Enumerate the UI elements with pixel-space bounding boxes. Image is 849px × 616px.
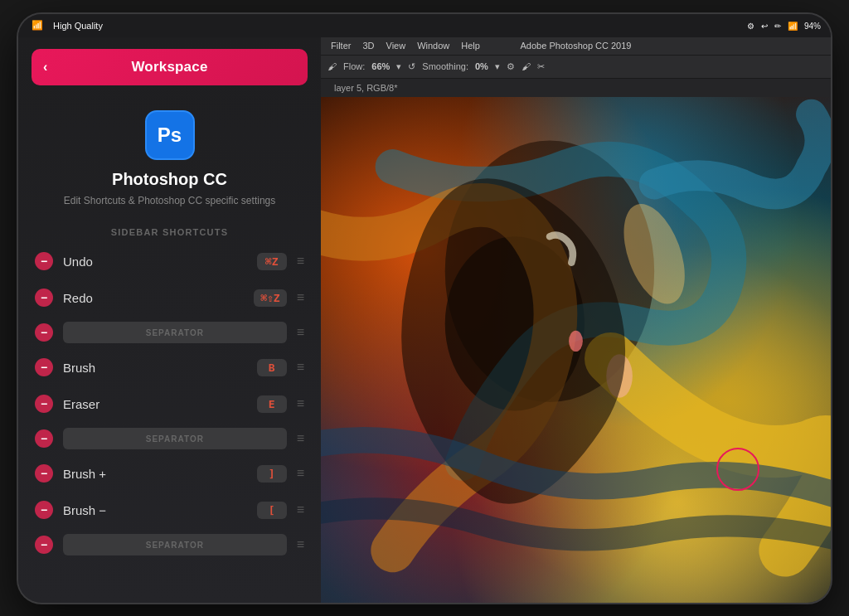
shortcut-key-brush: B: [257, 359, 287, 376]
paint-strokes: [321, 97, 831, 603]
app-info: Ps Photoshop CC Edit Shortcuts & Photosh…: [18, 94, 321, 221]
list-item: SEPARATOR ≡: [28, 529, 311, 560]
drag-handle-icon[interactable]: ≡: [297, 466, 304, 481]
photoshop-panel: Filter 3D View Window Help Adobe Photosh…: [321, 37, 831, 603]
drag-handle-icon[interactable]: ≡: [297, 502, 304, 517]
tool-icon-2: ↺: [408, 61, 415, 72]
list-item: Undo ⌘Z ≡: [28, 244, 311, 279]
drag-handle-icon[interactable]: ≡: [297, 537, 304, 552]
separator-label: SEPARATOR: [146, 541, 204, 550]
drag-handle-icon[interactable]: ≡: [297, 431, 304, 446]
separator-bar: SEPARATOR: [63, 428, 287, 449]
status-bar-right: ⚙ ↩ ✏ 📶 94%: [747, 21, 821, 30]
left-panel: ‹ Workspace Ps Photoshop CC Edit Shortcu…: [18, 37, 321, 603]
shortcut-name-eraser: Eraser: [63, 397, 257, 411]
shortcut-key-eraser: E: [257, 395, 287, 413]
workspace-header: ‹ Workspace: [18, 37, 321, 94]
section-label: SIDEBAR SHORTCUTS: [18, 221, 321, 244]
workspace-button[interactable]: ‹ Workspace: [32, 49, 308, 85]
ps-menubar: Filter 3D View Window Help Adobe Photosh…: [321, 37, 831, 56]
tablet-frame: 📶 High Quality ⚙ ↩ ✏ 📶 94% ‹ Workspace P…: [18, 14, 831, 603]
smoothing-label: Smoothing:: [422, 61, 468, 71]
ps-menu-filter[interactable]: Filter: [331, 41, 351, 51]
shortcut-name-redo: Redo: [63, 291, 254, 305]
remove-undo-button[interactable]: [35, 252, 53, 270]
list-item: SEPARATOR ≡: [28, 317, 311, 348]
status-bar: 📶 High Quality ⚙ ↩ ✏ 📶 94%: [18, 14, 831, 37]
wifi-icon: 📶: [32, 20, 43, 31]
ps-menu-items: Filter 3D View Window Help: [331, 41, 480, 51]
shortcut-name-undo: Undo: [63, 255, 257, 269]
extra-tool-icon[interactable]: ✂: [537, 61, 545, 72]
ps-tabbar: layer 5, RGB/8*: [321, 79, 831, 97]
shortcut-key-redo: ⌘⇧Z: [254, 289, 286, 307]
remove-redo-button[interactable]: [35, 289, 53, 307]
svg-point-4: [569, 330, 583, 351]
workspace-button-label: Workspace: [131, 59, 207, 75]
remove-separator3-button[interactable]: [35, 536, 53, 554]
separator-bar: SEPARATOR: [63, 322, 287, 343]
status-bar-left: 📶 High Quality: [32, 20, 103, 31]
smoothing-value: 0%: [475, 61, 488, 71]
list-item: Redo ⌘⇧Z ≡: [28, 280, 311, 315]
remove-brushminus-button[interactable]: [35, 501, 53, 519]
shortcut-name-brushplus: Brush +: [63, 467, 257, 481]
app-name: Photoshop CC: [112, 170, 227, 189]
list-item: Brush + ] ≡: [28, 456, 311, 491]
remove-brushplus-button[interactable]: [35, 464, 53, 483]
canvas-area[interactable]: [321, 97, 831, 603]
ps-menu-help[interactable]: Help: [461, 41, 480, 51]
ps-menu-view[interactable]: View: [386, 41, 406, 51]
remove-brush-button[interactable]: [35, 358, 53, 376]
list-item: Eraser E ≡: [28, 386, 311, 421]
ps-menu-3d[interactable]: 3D: [362, 41, 374, 51]
shortcut-name-brushminus: Brush −: [63, 503, 257, 517]
brush-tool-icon[interactable]: 🖌: [327, 61, 337, 71]
drag-handle-icon[interactable]: ≡: [297, 396, 304, 411]
shortcut-key-brushminus: [: [257, 502, 287, 519]
ps-toolbar: 🖌 Flow: 66% ▾ ↺ Smoothing: 0% ▾ ⚙ 🖌 ✂: [321, 56, 831, 79]
drag-handle-icon[interactable]: ≡: [297, 325, 304, 340]
settings-icon: ⚙: [747, 21, 754, 30]
list-item: Brush − [ ≡: [28, 492, 311, 527]
brush-cursor-indicator: [716, 448, 759, 491]
ps-menu-window[interactable]: Window: [417, 41, 449, 51]
separator-label: SEPARATOR: [146, 328, 204, 337]
status-bar-quality: High Quality: [53, 21, 103, 31]
remove-eraser-button[interactable]: [35, 395, 53, 413]
shortcut-name-brush: Brush: [63, 361, 257, 375]
screen-lock-icon: ↩: [761, 21, 768, 30]
flow-label: Flow:: [343, 61, 365, 71]
shortcut-key-undo: ⌘Z: [257, 253, 287, 270]
separator-label: SEPARATOR: [146, 434, 204, 444]
dropdown-icon[interactable]: ▾: [396, 61, 401, 72]
ps-tab-layer[interactable]: layer 5, RGB/8*: [327, 83, 404, 93]
brush-settings-icon[interactable]: 🖌: [522, 61, 531, 71]
shortcut-key-brushplus: ]: [257, 465, 287, 483]
drag-handle-icon[interactable]: ≡: [297, 360, 304, 375]
ps-window-title: Adobe Photoshop CC 2019: [521, 41, 632, 51]
remove-separator2-button[interactable]: [35, 429, 53, 448]
photoshop-icon: Ps: [145, 110, 195, 160]
flow-value: 66%: [371, 61, 390, 71]
app-description: Edit Shortcuts & Photoshop CC specific s…: [64, 194, 275, 208]
back-arrow-icon: ‹: [43, 60, 47, 75]
battery-text: 94%: [804, 21, 821, 30]
settings-tool-icon[interactable]: ⚙: [507, 61, 515, 72]
shortcuts-list: Undo ⌘Z ≡ Redo ⌘⇧Z ≡ SEPARATOR: [18, 244, 321, 602]
separator-bar: SEPARATOR: [63, 534, 287, 555]
list-item: SEPARATOR ≡: [28, 423, 311, 454]
drag-handle-icon[interactable]: ≡: [297, 254, 304, 269]
smoothing-dropdown-icon[interactable]: ▾: [495, 61, 500, 72]
drag-handle-icon[interactable]: ≡: [297, 290, 304, 305]
list-item: Brush B ≡: [28, 350, 311, 385]
main-content: ‹ Workspace Ps Photoshop CC Edit Shortcu…: [18, 37, 831, 603]
edit-icon: ✏: [774, 21, 781, 30]
remove-separator-button[interactable]: [35, 323, 53, 342]
wifi-status-icon: 📶: [788, 21, 798, 30]
